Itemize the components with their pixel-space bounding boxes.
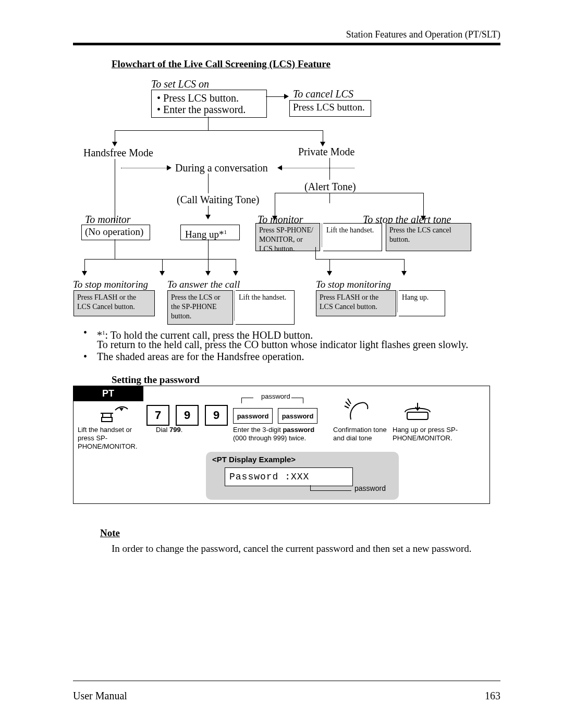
box-press-flash-right: Press FLASH or the LCS Cancel button. <box>316 290 396 316</box>
bullet-dot2: • Enter the password. <box>157 104 246 115</box>
bullet-dot: • <box>83 351 87 363</box>
note-heading: Note <box>100 527 120 539</box>
arrow-down-icon <box>82 271 87 276</box>
display-underline <box>310 485 351 491</box>
bracket-password-label: password <box>261 392 290 401</box>
footer-rule <box>73 681 500 681</box>
label-during-conversation: During a conversation <box>175 162 268 174</box>
box-lcs-cancel: Press the LCS cancel button. <box>386 223 471 251</box>
connector <box>275 193 423 193</box>
connector <box>115 130 323 131</box>
dial-digit-1: 7 <box>146 405 169 426</box>
pt-tab: PT <box>73 386 143 401</box>
caption-set-lcs-on: To set LCS on <box>151 78 209 90</box>
box-hangup: Hang up*1 <box>180 225 240 240</box>
arrow-left-icon <box>277 165 282 170</box>
dial-digit-2: 9 <box>176 405 199 426</box>
password-box-2: password <box>278 408 317 424</box>
hangup-text: Hang up*1 <box>185 226 227 240</box>
cancel-body: Press LCS button. <box>293 102 365 113</box>
box-lift-handset-2: Lift the handset. <box>236 290 295 325</box>
footer-page-number: 163 <box>485 690 500 702</box>
arrow-down-icon <box>205 271 211 276</box>
bullet-dot: • <box>83 327 87 339</box>
box-lift-handset: Lift the handset. <box>323 223 382 251</box>
bracket-left <box>241 398 253 403</box>
display-example-screen: Password :XXX <box>225 467 353 486</box>
arrow-down-icon <box>401 271 407 276</box>
box-no-operation: (No operation) <box>81 225 150 240</box>
connector <box>329 158 330 180</box>
connector <box>329 193 330 203</box>
password-panel: PT Lift the handset or press SP-PHONE/MO… <box>73 386 490 504</box>
arrow-down-icon <box>112 142 117 146</box>
box-press-lcs-sp: Press the LCS or the SP-PHONE button. <box>167 290 233 325</box>
box-hangup-2: Hang up. <box>399 290 445 316</box>
no-op-text: (No operation) <box>85 226 143 238</box>
connector <box>115 159 115 221</box>
password-box-1: password <box>233 408 273 424</box>
page: Station Features and Operation (PT/SLT) … <box>0 0 563 728</box>
connector <box>208 239 209 273</box>
hang-up-icon <box>401 400 434 423</box>
arrow-down-icon <box>205 215 211 219</box>
caption-stop-monitoring-right: To stop monitoring <box>316 279 391 290</box>
confirmation-tone-icon <box>342 397 372 424</box>
arrow-down-icon <box>233 271 238 276</box>
box-set-lcs-on: • Press LCS button. • Enter the password… <box>151 90 267 118</box>
set-on-line2: Enter the password. <box>163 104 246 115</box>
section-setting-password: Setting the password <box>112 374 200 386</box>
connector <box>115 239 115 259</box>
bullet-1-line2: To return to the held call, press the CO… <box>97 339 468 350</box>
dial-digit-3: 9 <box>205 405 228 426</box>
box-cancel-lcs: Press LCS button. <box>289 100 371 117</box>
bullet-2: The shaded areas are for the Handsfree o… <box>97 351 304 362</box>
arrow-right-icon <box>284 94 289 99</box>
caption-confirmation-tone: Confirmation tone and dial tone <box>333 426 388 442</box>
box-sp-phone-monitor: Press SP-PHONE/ MONITOR, or LCS button. <box>255 223 320 251</box>
label-call-waiting-tone: (Call Waiting Tone) <box>177 194 259 205</box>
header-chapter: Station Features and Operation (PT/SLT) <box>346 29 500 40</box>
arrow-right-icon <box>167 165 172 170</box>
dotted-connector <box>282 168 354 168</box>
svg-rect-0 <box>407 412 428 419</box>
dotted-connector <box>121 168 168 168</box>
connector <box>208 117 209 130</box>
lift-handset-icon <box>97 403 129 425</box>
set-on-line1: Press LCS button. <box>163 92 239 104</box>
bullet-dot: • Press LCS button. <box>157 92 239 104</box>
caption-lift-handset: Lift the handset or press SP-PHONE/MONIT… <box>78 426 145 451</box>
caption-answer-call: To answer the call <box>167 279 240 290</box>
connector <box>84 259 236 260</box>
arrow-down-icon <box>160 271 165 276</box>
arrow-down-icon <box>327 271 332 276</box>
caption-dial: Dial 799. <box>156 426 182 434</box>
connector <box>266 96 284 97</box>
note-body: In order to change the password, cancel … <box>112 543 472 554</box>
label-alert-tone: (Alert Tone) <box>304 181 356 192</box>
header-rule <box>73 43 500 45</box>
divider-dotted <box>322 224 322 247</box>
caption-hang-up: Hang up or press SP-PHONE/MONITOR. <box>393 426 481 442</box>
flowchart-title: Flowchart of the Live Call Screening (LC… <box>112 58 331 70</box>
connector <box>208 174 209 193</box>
display-example-title: <PT Display Example> <box>212 455 296 464</box>
connector <box>315 259 404 260</box>
divider-dotted <box>397 291 398 312</box>
label-handsfree: Handsfree Mode <box>83 147 153 158</box>
connector <box>115 130 115 143</box>
display-example-bubble: <PT Display Example> Password :XXX passw… <box>206 452 399 500</box>
bracket-right <box>291 398 303 403</box>
box-press-flash-left: Press FLASH or the LCS Cancel button. <box>74 290 155 316</box>
caption-to-monitor-left: To monitor <box>85 214 131 225</box>
footer-manual: User Manual <box>73 690 127 702</box>
connector <box>315 247 316 259</box>
display-password-label: password <box>354 484 386 492</box>
caption-enter-password: Enter the 3-digit password (000 through … <box>233 426 324 442</box>
caption-stop-monitoring-left: To stop monitoring <box>73 279 148 290</box>
caption-cancel-lcs: To cancel LCS <box>293 88 353 100</box>
divider-dotted <box>234 291 235 320</box>
connector <box>323 130 323 143</box>
label-private: Private Mode <box>298 146 354 157</box>
